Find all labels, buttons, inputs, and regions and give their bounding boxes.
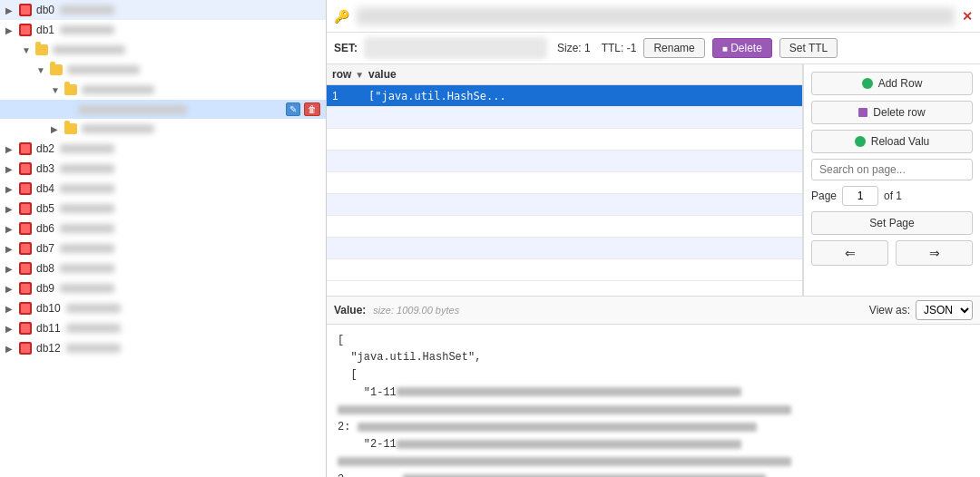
db-icon — [18, 141, 33, 156]
reload-icon — [855, 136, 866, 147]
delete-button[interactable]: ■ Delete — [712, 38, 772, 58]
delete-row-button[interactable]: Delete row — [811, 101, 973, 124]
sidebar-item-db8[interactable]: ▶ db8 — [0, 258, 326, 278]
arrow-icon: ▶ — [5, 244, 16, 254]
folder-icon — [49, 63, 64, 77]
db9-label: db9 — [36, 282, 54, 295]
sidebar-item-db3[interactable]: ▶ db3 — [0, 159, 326, 179]
sidebar-item-db12[interactable]: ▶ db12 — [0, 338, 326, 358]
sidebar-item-db7[interactable]: ▶ db7 — [0, 238, 326, 258]
top-bar: 🔑 ✕ — [327, 0, 980, 33]
set-page-button[interactable]: Set Page — [811, 211, 973, 235]
next-page-button[interactable]: ⇒ — [896, 240, 973, 266]
reload-button[interactable]: Reload Valu — [811, 130, 973, 153]
sidebar-item-db9[interactable]: ▶ db9 — [0, 278, 326, 298]
sidebar-item-db5[interactable]: ▶ db5 — [0, 199, 326, 219]
table-row[interactable] — [327, 238, 802, 259]
table-row[interactable] — [327, 107, 802, 129]
db8-blurred — [60, 264, 114, 273]
db-icon — [18, 23, 33, 37]
view-as-select[interactable]: JSON Text Hex — [916, 300, 973, 320]
sidebar-item-db4[interactable]: ▶ db4 — [0, 179, 326, 199]
db5-blurred — [60, 204, 114, 213]
arrow-icon: ▶ — [5, 184, 16, 194]
page-input[interactable] — [842, 186, 878, 206]
sidebar-item-folder3[interactable]: ▼ — [0, 80, 326, 100]
table-row[interactable]: 1 ["java.util.HashSe... — [327, 85, 802, 107]
table-row[interactable] — [327, 151, 802, 172]
set-label: SET: — [334, 42, 358, 54]
json-content: [ "java.util.HashSet", [ "1-11 2: "2-11 … — [327, 325, 980, 477]
table-row[interactable] — [327, 129, 802, 151]
json-line: [ — [338, 366, 969, 384]
sidebar-item-db11[interactable]: ▶ db11 — [0, 318, 326, 338]
value-size: size: 1009.00 bytes — [373, 305, 459, 316]
db0-blurred — [60, 5, 114, 15]
sidebar-item-selected-key[interactable]: ▶ ✎ 🗑 — [0, 100, 326, 119]
middle-section: row ▼ value 1 ["java.util.HashSe... — [327, 64, 980, 296]
json-line — [338, 453, 969, 471]
row-col-label: row — [332, 68, 351, 81]
json-line: "1-11 — [338, 385, 969, 402]
rename-button[interactable]: Rename — [643, 38, 704, 58]
db8-label: db8 — [36, 262, 54, 275]
sidebar-item-db2[interactable]: ▶ db2 — [0, 139, 326, 159]
arrow-icon: ▼ — [51, 85, 62, 95]
close-button[interactable]: ✕ — [962, 9, 973, 24]
sidebar-item-folder4[interactable]: ▶ — [0, 119, 326, 139]
value-col-label: value — [368, 68, 797, 81]
table-row[interactable] — [327, 259, 802, 281]
db9-blurred — [60, 284, 114, 293]
arrow-icon: ▶ — [5, 264, 16, 274]
sidebar-item-db6[interactable]: ▶ db6 — [0, 219, 326, 238]
db10-label: db10 — [36, 302, 61, 315]
row-value: ["java.util.HashSe... — [368, 90, 797, 102]
ttl-label: TTL: -1 — [602, 42, 637, 54]
main-content: 🔑 ✕ SET: Size: 1 TTL: -1 Rename ■ Delete… — [327, 0, 980, 477]
add-row-button[interactable]: Add Row — [811, 72, 973, 95]
json-line: "2-11 — [338, 436, 969, 453]
table-row[interactable] — [327, 172, 802, 194]
page-row: Page of 1 — [811, 186, 973, 206]
arrow-icon: ▶ — [5, 344, 16, 354]
db0-label: db0 — [36, 4, 54, 16]
edit-key-btn[interactable]: ✎ — [286, 102, 300, 116]
sidebar-item-db0[interactable]: ▶ db0 — [0, 0, 326, 20]
json-line: 3........ — [338, 472, 969, 478]
db1-blurred — [60, 25, 114, 34]
row-num: 1 — [332, 90, 368, 102]
arrow-icon: ▶ — [5, 144, 16, 154]
db-icon — [18, 341, 33, 355]
table-row[interactable] — [327, 216, 802, 238]
json-line: "java.util.HashSet", — [338, 349, 969, 366]
db-icon — [18, 201, 33, 216]
sidebar-item-folder1[interactable]: ▼ — [0, 40, 326, 60]
db4-label: db4 — [36, 182, 54, 195]
table-body: 1 ["java.util.HashSe... — [327, 85, 802, 296]
sidebar-item-db1[interactable]: ▶ db1 — [0, 20, 326, 40]
sort-icon: ▼ — [355, 70, 364, 80]
db-icon — [18, 3, 33, 17]
view-as-label: View as: — [869, 304, 910, 316]
sidebar: ▶ db0 ▶ db1 ▼ ▼ ▼ ▶ ✎ 🗑 ▶ — [0, 0, 327, 477]
key-blurred — [78, 105, 187, 114]
db6-blurred — [60, 224, 114, 233]
prev-page-button[interactable]: ⇐ — [811, 240, 888, 266]
arrow-icon: ▶ — [5, 304, 16, 314]
db-icon — [18, 241, 33, 256]
arrow-icon: ▶ — [5, 324, 16, 334]
of-label: of 1 — [884, 190, 902, 202]
sidebar-item-folder2[interactable]: ▼ — [0, 60, 326, 80]
db11-blurred — [66, 324, 121, 333]
db4-blurred — [60, 184, 114, 193]
delete-key-btn[interactable]: 🗑 — [304, 102, 320, 116]
tree-actions: ✎ 🗑 — [286, 102, 320, 116]
table-row[interactable] — [327, 194, 802, 216]
sidebar-item-db10[interactable]: ▶ db10 — [0, 298, 326, 318]
search-input[interactable] — [811, 159, 973, 180]
set-ttl-button[interactable]: Set TTL — [779, 38, 838, 58]
db1-label: db1 — [36, 24, 54, 36]
page-label: Page — [811, 190, 837, 202]
db10-blurred — [66, 304, 121, 313]
size-label: Size: 1 — [557, 42, 591, 54]
